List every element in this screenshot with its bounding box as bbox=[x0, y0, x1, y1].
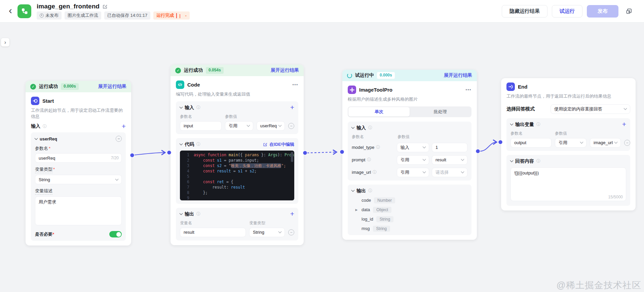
collapse-chevron-icon[interactable] bbox=[510, 122, 514, 126]
test-run-button[interactable]: 试运行 bbox=[552, 5, 582, 18]
code-output-name-input[interactable] bbox=[180, 228, 246, 237]
type-badge: String bbox=[373, 226, 390, 232]
run-status-badge: 运行完成| - bbox=[153, 11, 190, 20]
node-end[interactable]: End 工作流的最终节点，用于返回工作流运行后的结果信息 选择回答模式 使用设定… bbox=[501, 78, 636, 210]
type-badge: Object bbox=[373, 207, 391, 213]
param-name-input[interactable] bbox=[35, 153, 122, 163]
collapse-chevron-icon[interactable] bbox=[351, 126, 355, 129]
imagetool-output-section: 输出 ⓘ code Number ▶data Object log_id Str… bbox=[348, 185, 471, 235]
output-row-code: code Number bbox=[352, 197, 467, 203]
collapse-chevron-icon[interactable] bbox=[180, 212, 183, 215]
more-menu-icon[interactable]: ⋯ bbox=[465, 86, 471, 93]
code-run-status: 运行成功 bbox=[184, 67, 203, 73]
prompt-mode-select[interactable]: 引用 bbox=[397, 155, 429, 165]
expand-tree-icon[interactable]: ▶ bbox=[354, 208, 358, 212]
col-param-name: 参数名 bbox=[510, 131, 552, 136]
add-input-button[interactable]: + bbox=[290, 105, 294, 110]
var-type-select[interactable]: String bbox=[35, 175, 122, 184]
imagetool-input-section: 输入 ⓘ 参数名 参数值 model_typeⓘ 输入 promptⓘ 引用 r… bbox=[348, 122, 471, 181]
image-url-mode-select[interactable]: 引用 bbox=[397, 168, 429, 177]
collapse-chevron-icon[interactable] bbox=[351, 189, 355, 192]
node-image-tool-pro[interactable]: 试运行中 0.000s 展开运行结果 ImageToolPro ⋯ 根据用户的描… bbox=[342, 70, 477, 240]
answer-mode-select[interactable]: 使用设定的内容直接回答 bbox=[551, 104, 630, 114]
imagetool-expand-results-link[interactable]: 展开运行结果 bbox=[444, 72, 472, 78]
remove-param-button[interactable]: − bbox=[116, 136, 122, 142]
port-start-output[interactable] bbox=[130, 153, 135, 158]
chevron-down-icon bbox=[115, 177, 119, 181]
tab-single[interactable]: 单次 bbox=[348, 107, 410, 117]
param-prompt: prompt bbox=[352, 157, 365, 162]
publish-button[interactable]: 发布 bbox=[587, 5, 618, 18]
image-tool-node-title: ImageToolPro bbox=[359, 87, 392, 93]
more-menu-icon[interactable]: ⋯ bbox=[292, 81, 298, 88]
top-bar: ‹ image_gen_frontend 未发布 图片生 bbox=[0, 0, 644, 23]
port-imagetool-input[interactable] bbox=[340, 150, 344, 154]
code-run-duration: 0.054s bbox=[206, 67, 224, 74]
code-editor[interactable]: 1async function main({ params }: Args): … bbox=[180, 151, 294, 200]
code-node-description: 编写代码，处理输入变量来生成返回值 bbox=[176, 91, 298, 97]
imagetool-run-banner: 试运行中 0.000s 展开运行结果 bbox=[342, 70, 477, 81]
model-type-value-input[interactable] bbox=[432, 143, 467, 152]
collapse-chevron-icon[interactable] bbox=[510, 159, 514, 162]
value-ref-select[interactable]: userReq bbox=[257, 121, 285, 131]
add-input-button[interactable]: + bbox=[122, 124, 126, 129]
add-output-var-button[interactable]: + bbox=[622, 122, 626, 127]
info-icon: ⓘ bbox=[367, 157, 371, 163]
image-tool-node-icon bbox=[348, 86, 356, 94]
model-type-mode-select[interactable]: 输入 bbox=[397, 143, 429, 152]
var-desc-textarea[interactable]: 用户需求 bbox=[35, 196, 122, 225]
edge-code-to-imagetool bbox=[307, 152, 336, 153]
add-output-button[interactable]: + bbox=[290, 211, 294, 217]
start-run-status: 运行成功 bbox=[39, 84, 58, 90]
node-start[interactable]: ✓ 运行成功 0.000s 展开运行结果 Start 工作流的起始节点，用于设定… bbox=[26, 81, 131, 246]
image-url-ref-select[interactable]: 请选择 bbox=[432, 168, 467, 177]
prompt-ref-select[interactable]: result bbox=[432, 155, 467, 165]
param-name-label: 参数名 bbox=[35, 145, 48, 152]
chevron-down-icon bbox=[247, 124, 250, 127]
tab-batch[interactable]: 批处理 bbox=[410, 107, 471, 117]
value-mode-select[interactable]: 引用 bbox=[225, 121, 253, 131]
col-param-value: 参数值 bbox=[397, 134, 410, 140]
workflow-canvas[interactable]: › ✓ 运行成功 0.000s 展开运行结果 Start 工作流的起始节点，用于… bbox=[0, 23, 644, 292]
open-panel-button[interactable] bbox=[623, 5, 635, 18]
param-model-type: model_type bbox=[352, 145, 374, 150]
edit-in-ide-link[interactable]: 在IDE中编辑 bbox=[263, 141, 294, 148]
expand-sidebar-button[interactable]: › bbox=[1, 38, 9, 46]
collapse-chevron-icon[interactable] bbox=[180, 142, 183, 145]
col-var-name: 变量名 bbox=[180, 220, 246, 226]
remove-output-button[interactable]: − bbox=[288, 229, 294, 235]
port-imagetool-output[interactable] bbox=[476, 149, 480, 154]
code-expand-results-link[interactable]: 展开运行结果 bbox=[271, 67, 299, 73]
loading-spinner-icon bbox=[347, 73, 352, 78]
chevron-down-icon bbox=[614, 140, 618, 144]
answer-mode-label: 选择回答模式 bbox=[506, 106, 535, 112]
end-output-ref-select[interactable]: image_url bbox=[590, 138, 621, 148]
code-editor-lines: 1async function main({ params }: Args): … bbox=[180, 152, 294, 200]
node-code[interactable]: ✓ 运行成功 0.054s 展开运行结果 Code ⋯ 编写代码，处理输入变量来… bbox=[171, 65, 304, 245]
port-code-output[interactable] bbox=[303, 151, 307, 155]
col-param-name: 参数名 bbox=[352, 134, 394, 140]
hide-results-button[interactable]: 隐藏运行结果 bbox=[502, 5, 547, 18]
code-param-name-input[interactable] bbox=[180, 121, 222, 131]
publish-status-badge: 未发布 bbox=[37, 11, 62, 20]
param-image-url: image_url bbox=[352, 170, 371, 175]
port-end-input[interactable] bbox=[498, 140, 503, 144]
remove-output-var-button[interactable]: − bbox=[624, 140, 630, 146]
code-output-label: 输出 bbox=[185, 211, 194, 217]
end-output-name-input[interactable] bbox=[510, 138, 552, 148]
collapse-chevron-icon[interactable] bbox=[35, 136, 38, 140]
remove-param-button[interactable]: − bbox=[288, 123, 294, 129]
back-icon[interactable]: ‹ bbox=[9, 5, 12, 15]
port-code-input[interactable] bbox=[167, 151, 172, 155]
chevron-down-icon bbox=[580, 140, 583, 144]
var-desc-label: 变量描述 bbox=[35, 188, 52, 195]
required-toggle[interactable] bbox=[109, 231, 122, 237]
end-output-mode-select[interactable]: 引用 bbox=[555, 138, 586, 148]
end-node-description: 工作流的最终节点，用于返回工作流运行后的结果信息 bbox=[506, 93, 630, 99]
editor-scrollbar[interactable] bbox=[291, 152, 293, 162]
code-output-type-select[interactable]: String bbox=[249, 228, 285, 237]
edit-title-icon[interactable] bbox=[102, 4, 108, 9]
start-expand-results-link[interactable]: 展开运行结果 bbox=[98, 84, 126, 90]
collapse-chevron-icon[interactable] bbox=[180, 105, 183, 109]
start-run-duration: 0.000s bbox=[61, 83, 79, 90]
